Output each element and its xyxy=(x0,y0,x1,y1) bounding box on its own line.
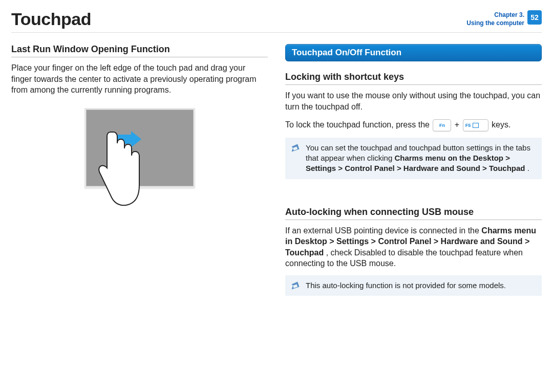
note-icon xyxy=(290,280,301,291)
manual-page: Touchpad Chapter 3. Using the computer 5… xyxy=(0,0,553,392)
autolock-paragraph: If an external USB pointing device is co… xyxy=(285,225,542,269)
autolock-text-a: If an external USB pointing device is co… xyxy=(285,226,481,235)
last-run-paragraph: Place your finger on the left edge of th… xyxy=(11,62,268,96)
note-box-autolock: This auto-locking function is not provid… xyxy=(285,275,542,296)
lock-text-pre: To lock the touchpad function, press the xyxy=(285,120,432,129)
note-icon xyxy=(290,143,301,153)
page-title: Touchpad xyxy=(11,9,466,29)
lock-text-post: keys. xyxy=(492,120,511,129)
note-box-settings: You can set the touchpad and touchpad bu… xyxy=(285,138,542,179)
heading-last-run: Last Run Window Opening Function xyxy=(11,44,268,55)
heading-rule-2 xyxy=(285,84,542,85)
page-number-badge: 52 xyxy=(527,10,542,25)
touchpad-figure xyxy=(11,108,268,188)
f5-key-icon: F5 xyxy=(463,119,488,132)
note1-text-c: . xyxy=(527,164,529,172)
note2-text: This auto-locking function is not provid… xyxy=(306,281,506,290)
header-divider xyxy=(11,32,542,33)
page-header: Touchpad Chapter 3. Using the computer 5… xyxy=(11,9,542,29)
left-column: Last Run Window Opening Function Place y… xyxy=(11,44,268,383)
fn-key-icon: Fn xyxy=(433,119,451,132)
chapter-info: Chapter 3. Using the computer xyxy=(466,11,524,27)
touchpad-illustration xyxy=(84,108,195,188)
chapter-line-2: Using the computer xyxy=(466,19,524,28)
spacer xyxy=(285,191,542,207)
content-columns: Last Run Window Opening Function Place y… xyxy=(11,44,542,383)
right-column: Touchpad On/Off Function Locking with sh… xyxy=(285,44,542,383)
heading-autolock: Auto-locking when connecting USB mouse xyxy=(285,207,542,217)
locking-intro: If you want to use the mouse only withou… xyxy=(285,90,542,112)
heading-locking: Locking with shortcut keys xyxy=(285,72,542,82)
lock-instruction: To lock the touchpad function, press the… xyxy=(285,118,542,132)
heading-rule xyxy=(11,57,268,57)
section-bar-onoff: Touchpad On/Off Function xyxy=(285,44,542,61)
heading-rule-3 xyxy=(285,220,542,220)
hand-icon xyxy=(91,128,147,210)
plus-text: + xyxy=(455,120,459,129)
chapter-line-1: Chapter 3. xyxy=(466,11,524,19)
